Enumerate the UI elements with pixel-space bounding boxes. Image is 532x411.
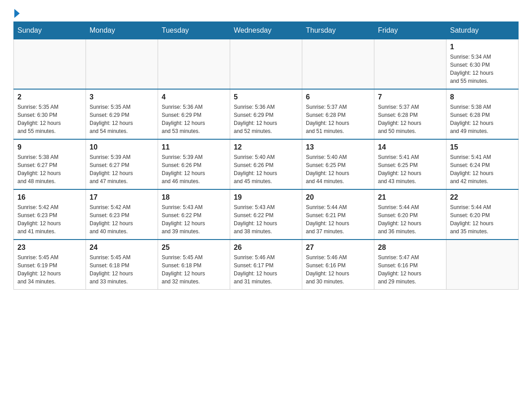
calendar-day-cell: 2Sunrise: 5:35 AM Sunset: 6:30 PM Daylig… xyxy=(14,89,86,139)
day-info: Sunrise: 5:41 AM Sunset: 6:25 PM Dayligh… xyxy=(378,153,442,185)
day-number: 15 xyxy=(450,143,515,151)
day-info: Sunrise: 5:37 AM Sunset: 6:28 PM Dayligh… xyxy=(378,103,442,135)
calendar-day-cell: 13Sunrise: 5:40 AM Sunset: 6:25 PM Dayli… xyxy=(302,139,374,189)
calendar-day-cell: 9Sunrise: 5:38 AM Sunset: 6:27 PM Daylig… xyxy=(14,139,86,189)
calendar-day-cell: 14Sunrise: 5:41 AM Sunset: 6:25 PM Dayli… xyxy=(374,139,446,189)
calendar-day-cell xyxy=(86,39,158,90)
day-number: 1 xyxy=(450,43,515,51)
calendar-day-cell: 25Sunrise: 5:45 AM Sunset: 6:18 PM Dayli… xyxy=(158,240,230,290)
calendar-week-row: 16Sunrise: 5:42 AM Sunset: 6:23 PM Dayli… xyxy=(14,189,519,240)
calendar-day-cell: 22Sunrise: 5:44 AM Sunset: 6:20 PM Dayli… xyxy=(446,189,519,240)
day-info: Sunrise: 5:35 AM Sunset: 6:30 PM Dayligh… xyxy=(17,103,82,135)
day-number: 28 xyxy=(378,244,442,252)
calendar-header-row: SundayMondayTuesdayWednesdayThursdayFrid… xyxy=(14,22,519,39)
calendar-day-cell: 21Sunrise: 5:44 AM Sunset: 6:20 PM Dayli… xyxy=(374,189,446,240)
col-header-sunday: Sunday xyxy=(14,22,86,39)
day-info: Sunrise: 5:40 AM Sunset: 6:26 PM Dayligh… xyxy=(234,153,298,185)
day-number: 18 xyxy=(162,193,226,201)
day-info: Sunrise: 5:36 AM Sunset: 6:29 PM Dayligh… xyxy=(234,103,298,135)
day-number: 6 xyxy=(306,93,370,101)
day-number: 17 xyxy=(90,193,154,201)
calendar-day-cell: 4Sunrise: 5:36 AM Sunset: 6:29 PM Daylig… xyxy=(158,89,230,139)
calendar-day-cell: 1Sunrise: 5:34 AM Sunset: 6:30 PM Daylig… xyxy=(446,39,519,90)
day-info: Sunrise: 5:44 AM Sunset: 6:21 PM Dayligh… xyxy=(306,203,370,235)
calendar-day-cell xyxy=(374,39,446,90)
calendar-table: SundayMondayTuesdayWednesdayThursdayFrid… xyxy=(13,21,519,290)
day-number: 25 xyxy=(162,244,226,252)
day-info: Sunrise: 5:45 AM Sunset: 6:18 PM Dayligh… xyxy=(162,253,226,286)
calendar-day-cell: 12Sunrise: 5:40 AM Sunset: 6:26 PM Dayli… xyxy=(230,139,302,189)
day-number: 27 xyxy=(306,244,370,252)
calendar-day-cell: 17Sunrise: 5:42 AM Sunset: 6:23 PM Dayli… xyxy=(86,189,158,240)
col-header-wednesday: Wednesday xyxy=(230,22,302,39)
day-info: Sunrise: 5:36 AM Sunset: 6:29 PM Dayligh… xyxy=(162,103,226,135)
day-number: 4 xyxy=(162,93,226,101)
day-info: Sunrise: 5:40 AM Sunset: 6:25 PM Dayligh… xyxy=(306,153,370,185)
day-number: 2 xyxy=(17,93,82,101)
calendar-day-cell: 20Sunrise: 5:44 AM Sunset: 6:21 PM Dayli… xyxy=(302,189,374,240)
day-number: 19 xyxy=(234,193,298,201)
calendar-day-cell: 26Sunrise: 5:46 AM Sunset: 6:17 PM Dayli… xyxy=(230,240,302,290)
calendar-week-row: 2Sunrise: 5:35 AM Sunset: 6:30 PM Daylig… xyxy=(14,89,519,139)
day-info: Sunrise: 5:45 AM Sunset: 6:19 PM Dayligh… xyxy=(17,253,82,286)
col-header-monday: Monday xyxy=(86,22,158,39)
day-info: Sunrise: 5:39 AM Sunset: 6:26 PM Dayligh… xyxy=(162,153,226,185)
day-number: 16 xyxy=(17,193,82,201)
calendar-day-cell: 5Sunrise: 5:36 AM Sunset: 6:29 PM Daylig… xyxy=(230,89,302,139)
day-info: Sunrise: 5:37 AM Sunset: 6:28 PM Dayligh… xyxy=(306,103,370,135)
calendar-day-cell: 11Sunrise: 5:39 AM Sunset: 6:26 PM Dayli… xyxy=(158,139,230,189)
day-info: Sunrise: 5:46 AM Sunset: 6:16 PM Dayligh… xyxy=(306,253,370,286)
calendar-day-cell: 16Sunrise: 5:42 AM Sunset: 6:23 PM Dayli… xyxy=(14,189,86,240)
day-number: 10 xyxy=(90,143,154,151)
calendar-day-cell: 3Sunrise: 5:35 AM Sunset: 6:29 PM Daylig… xyxy=(86,89,158,139)
calendar-day-cell xyxy=(230,39,302,90)
day-info: Sunrise: 5:47 AM Sunset: 6:16 PM Dayligh… xyxy=(378,253,442,286)
day-info: Sunrise: 5:41 AM Sunset: 6:24 PM Dayligh… xyxy=(450,153,515,185)
day-info: Sunrise: 5:35 AM Sunset: 6:29 PM Dayligh… xyxy=(90,103,154,135)
calendar-day-cell: 23Sunrise: 5:45 AM Sunset: 6:19 PM Dayli… xyxy=(14,240,86,290)
day-number: 23 xyxy=(17,244,82,252)
day-info: Sunrise: 5:46 AM Sunset: 6:17 PM Dayligh… xyxy=(234,253,298,286)
day-number: 21 xyxy=(378,193,442,201)
calendar-day-cell xyxy=(158,39,230,90)
day-info: Sunrise: 5:44 AM Sunset: 6:20 PM Dayligh… xyxy=(378,203,442,235)
col-header-tuesday: Tuesday xyxy=(158,22,230,39)
logo xyxy=(13,9,20,17)
day-number: 14 xyxy=(378,143,442,151)
day-info: Sunrise: 5:39 AM Sunset: 6:27 PM Dayligh… xyxy=(90,153,154,185)
day-info: Sunrise: 5:38 AM Sunset: 6:28 PM Dayligh… xyxy=(450,103,515,135)
day-info: Sunrise: 5:42 AM Sunset: 6:23 PM Dayligh… xyxy=(17,203,82,235)
logo-arrow-icon xyxy=(14,9,20,18)
calendar-day-cell: 7Sunrise: 5:37 AM Sunset: 6:28 PM Daylig… xyxy=(374,89,446,139)
calendar-day-cell xyxy=(14,39,86,90)
col-header-thursday: Thursday xyxy=(302,22,374,39)
day-info: Sunrise: 5:43 AM Sunset: 6:22 PM Dayligh… xyxy=(234,203,298,235)
calendar-day-cell xyxy=(446,240,519,290)
day-number: 9 xyxy=(17,143,82,151)
calendar-day-cell: 28Sunrise: 5:47 AM Sunset: 6:16 PM Dayli… xyxy=(374,240,446,290)
day-info: Sunrise: 5:43 AM Sunset: 6:22 PM Dayligh… xyxy=(162,203,226,235)
calendar-day-cell: 18Sunrise: 5:43 AM Sunset: 6:22 PM Dayli… xyxy=(158,189,230,240)
calendar-week-row: 9Sunrise: 5:38 AM Sunset: 6:27 PM Daylig… xyxy=(14,139,519,189)
calendar-day-cell: 8Sunrise: 5:38 AM Sunset: 6:28 PM Daylig… xyxy=(446,89,519,139)
day-number: 11 xyxy=(162,143,226,151)
day-info: Sunrise: 5:34 AM Sunset: 6:30 PM Dayligh… xyxy=(450,53,515,85)
calendar-day-cell xyxy=(302,39,374,90)
calendar-day-cell: 6Sunrise: 5:37 AM Sunset: 6:28 PM Daylig… xyxy=(302,89,374,139)
day-info: Sunrise: 5:45 AM Sunset: 6:18 PM Dayligh… xyxy=(90,253,154,286)
day-number: 8 xyxy=(450,93,515,101)
calendar-week-row: 1Sunrise: 5:34 AM Sunset: 6:30 PM Daylig… xyxy=(14,39,519,90)
calendar-day-cell: 24Sunrise: 5:45 AM Sunset: 6:18 PM Dayli… xyxy=(86,240,158,290)
page-header xyxy=(13,9,519,17)
calendar-day-cell: 27Sunrise: 5:46 AM Sunset: 6:16 PM Dayli… xyxy=(302,240,374,290)
day-number: 13 xyxy=(306,143,370,151)
day-info: Sunrise: 5:44 AM Sunset: 6:20 PM Dayligh… xyxy=(450,203,515,235)
col-header-friday: Friday xyxy=(374,22,446,39)
day-number: 20 xyxy=(306,193,370,201)
day-number: 12 xyxy=(234,143,298,151)
day-info: Sunrise: 5:38 AM Sunset: 6:27 PM Dayligh… xyxy=(17,153,82,185)
day-info: Sunrise: 5:42 AM Sunset: 6:23 PM Dayligh… xyxy=(90,203,154,235)
day-number: 22 xyxy=(450,193,515,201)
calendar-week-row: 23Sunrise: 5:45 AM Sunset: 6:19 PM Dayli… xyxy=(14,240,519,290)
day-number: 26 xyxy=(234,244,298,252)
